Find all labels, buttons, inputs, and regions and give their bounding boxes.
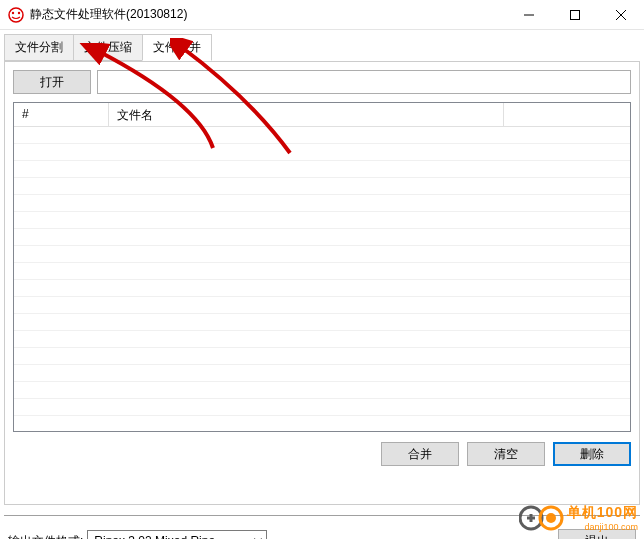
tab-merge[interactable]: 文件合并	[142, 34, 212, 61]
svg-point-0	[9, 8, 23, 22]
table-row[interactable]	[14, 127, 630, 144]
format-label: 输出文件格式:	[8, 533, 83, 540]
tabs: 文件分割 文件压缩 文件合并	[0, 30, 644, 62]
svg-point-11	[546, 513, 556, 523]
format-select[interactable]: Rinex 3.02 Mixed Rine	[87, 530, 267, 539]
table-row[interactable]	[14, 246, 630, 263]
col-num[interactable]: #	[14, 103, 109, 127]
table-row[interactable]	[14, 212, 630, 229]
col-rest[interactable]	[504, 103, 630, 127]
table-row[interactable]	[14, 229, 630, 246]
app-icon	[8, 7, 24, 23]
table-row[interactable]	[14, 382, 630, 399]
table-row[interactable]	[14, 297, 630, 314]
table-row[interactable]	[14, 144, 630, 161]
table-row[interactable]	[14, 348, 630, 365]
delete-button[interactable]: 删除	[553, 442, 631, 466]
col-name[interactable]: 文件名	[109, 103, 504, 127]
clear-button[interactable]: 清空	[467, 442, 545, 466]
table-row[interactable]	[14, 416, 630, 432]
tab-compress[interactable]: 文件压缩	[73, 34, 143, 61]
open-row: 打开	[13, 70, 631, 94]
open-button[interactable]: 打开	[13, 70, 91, 94]
table-row[interactable]	[14, 195, 630, 212]
table-row[interactable]	[14, 280, 630, 297]
titlebar: 静态文件处理软件(20130812)	[0, 0, 644, 30]
file-table: # 文件名	[13, 102, 631, 432]
table-row[interactable]	[14, 161, 630, 178]
bottom-buttons: 合并 清空 删除	[13, 442, 631, 466]
svg-point-2	[18, 11, 20, 13]
path-input[interactable]	[97, 70, 631, 94]
watermark-text: 单机100网	[567, 504, 638, 522]
table-row[interactable]	[14, 314, 630, 331]
table-body[interactable]	[14, 127, 630, 432]
maximize-button[interactable]	[552, 0, 598, 30]
close-button[interactable]	[598, 0, 644, 30]
watermark-logo-icon	[519, 503, 565, 533]
table-row[interactable]	[14, 365, 630, 382]
minimize-button[interactable]	[506, 0, 552, 30]
table-row[interactable]	[14, 263, 630, 280]
window-title: 静态文件处理软件(20130812)	[30, 6, 506, 23]
table-header: # 文件名	[14, 103, 630, 127]
svg-rect-4	[571, 10, 580, 19]
merge-button[interactable]: 合并	[381, 442, 459, 466]
watermark-url: danji100.com	[584, 522, 638, 532]
table-row[interactable]	[14, 399, 630, 416]
table-row[interactable]	[14, 331, 630, 348]
watermark: 单机100网 danji100.com	[519, 503, 638, 533]
svg-point-1	[12, 11, 14, 13]
tab-split[interactable]: 文件分割	[4, 34, 74, 61]
table-row[interactable]	[14, 178, 630, 195]
tab-panel-merge: 打开 # 文件名 合并	[4, 61, 640, 505]
